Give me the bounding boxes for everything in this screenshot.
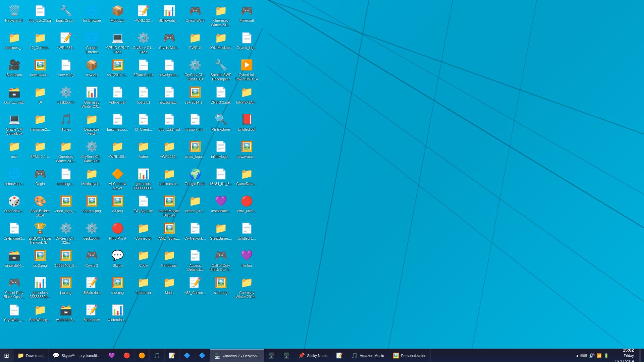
taskbar-item-amazon-music[interactable]: 🎵Amazon Music: [347, 349, 388, 362]
desktop-icon-cryserv-cli-32bit2[interactable]: ⚙️CryServ-Cli... 32bit: [53, 220, 78, 246]
desktop-icon-new-folder[interactable]: 📁new: [2, 138, 27, 164]
desktop-icon-newsignatu[interactable]: 📄newsignatu...: [157, 56, 182, 82]
desktop-icon-crysis-wars[interactable]: 🎮Crysis Wars: [182, 2, 208, 28]
desktop-icon-videos-pak[interactable]: 📄Videos.pak: [105, 83, 130, 110]
desktop-icon-logiccircuit[interactable]: 🔧LogicCircu...: [53, 2, 78, 28]
desktop-icon-iou-mockups[interactable]: 📁IOU Mockups: [208, 29, 233, 55]
taskbar-item-mystery-task2[interactable]: 🔷: [195, 349, 210, 362]
desktop-icon-video[interactable]: 📁Video: [131, 138, 156, 164]
desktop-icon-wrl262[interactable]: 📁~WRL262...: [157, 138, 182, 164]
desktop-icon-cpuid-cpu-z[interactable]: 💻CPUID CPU-Z 64bit: [105, 29, 130, 55]
desktop-icon-smain-docx[interactable]: 📝-$Main.docx: [79, 274, 104, 300]
network-icon[interactable]: 📶: [597, 353, 602, 358]
desktop-icon-amd-splash[interactable]: 🖼️AMD_Splas...: [157, 220, 182, 246]
desktop-icon-desktop-ini2[interactable]: ⚙️desktop.ini: [79, 220, 104, 246]
taskbar-item-itunes-task[interactable]: 🎵: [150, 349, 165, 362]
desktop-icon-tor-browser[interactable]: 🌐Tor Browser: [79, 2, 104, 28]
desktop-icon-recycle-bin[interactable]: 🗑️Recycle Bin: [2, 2, 27, 28]
desktop-icon-mods[interactable]: 📁Mods: [157, 274, 182, 300]
desktop-icon-jap-png[interactable]: 🖼️jap.png: [53, 274, 78, 300]
desktop-icon-database-fetch[interactable]: 📁Database Fetch: [79, 111, 104, 137]
desktop-icon-cryengine3[interactable]: 📄CryEngine3...: [2, 220, 27, 246]
desktop-icon-guernsey-winter-2014[interactable]: 📁Guernsey Winter 201...: [53, 138, 78, 164]
taskbar-item-skype-task[interactable]: 💬Skype™ – crysismulti...: [49, 349, 104, 362]
desktop-icon-style-builder[interactable]: 🎨Style Builder 2014: [28, 192, 53, 219]
desktop-icon-nitro-pro-9[interactable]: 🔴Nitro Pro 9: [105, 220, 130, 246]
desktop-icon-sfml-2-1[interactable]: 📁SFML-2.1-...: [28, 138, 53, 164]
desktop-icon-exetoc-src[interactable]: 📁exetoc_src...: [182, 192, 208, 219]
desktop-icon-safewriting[interactable]: 📁SafeWriting....: [28, 301, 53, 323]
clock[interactable]: 15:02 Friday 07/11/2014: [613, 347, 637, 362]
taskbar-item-vs-task[interactable]: 💜: [104, 349, 119, 362]
desktop-icon-gbt-colors-3[interactable]: 📊gbt colors 333333330...: [131, 165, 156, 191]
taskbar-item-red-task[interactable]: 🔴: [119, 349, 135, 362]
volume-icon[interactable]: 🔊: [589, 353, 595, 358]
desktop-icon-bus-11-1-sql[interactable]: 📄bus_11(1).sql: [157, 111, 182, 137]
desktop-icon-google-chrome[interactable]: 🌐Google Chrome: [79, 29, 104, 55]
taskbar-item-monitor-task[interactable]: 🖥️: [264, 349, 279, 362]
desktop-icon-greatbarne[interactable]: 📁GreatBarne....: [208, 220, 233, 246]
desktop-icon-code[interactable]: 📁Code: [131, 247, 156, 273]
desktop-icon-newavatar2[interactable]: 🖼️newavatar....: [234, 138, 259, 164]
desktop-icon-gamedata[interactable]: 📁GameData....: [234, 165, 259, 191]
desktop-icon-s2-current[interactable]: 📝~$2_Curren...: [182, 274, 208, 300]
desktop-icon-scr1-png[interactable]: 🖼️scr1.png: [208, 274, 233, 300]
desktop-icon-new-zip[interactable]: 📦new.zip: [79, 56, 104, 82]
desktop-icon-dicecricket[interactable]: 🎲DiceCricke...: [2, 192, 27, 219]
desktop-icon-wrl234[interactable]: 📝~WRL234...: [53, 29, 78, 55]
taskbar-item-word-task[interactable]: 📝: [165, 349, 180, 362]
desktop-icon-crynetwork[interactable]: 📄CryNetwork...: [182, 220, 208, 246]
desktop-icon-freelancer[interactable]: 📁freelancer: [131, 274, 156, 300]
desktop-icon-guernsey-winter-folder[interactable]: 📁Guernsey Winter 201...: [208, 2, 233, 28]
desktop-icon-pe-explorer[interactable]: 🔍PE Explorer: [208, 111, 233, 137]
desktop-icon-cryserv-cli-64bit-dx9[interactable]: ⚙️CryServ-Cli... 64bit DX9: [79, 138, 104, 164]
desktop-icon-call-of-duty-black-ops-l[interactable]: 🎮Call of Duty Black Ops I...: [2, 274, 27, 300]
desktop-icon-mission-mi[interactable]: 📄mission_mi...: [182, 111, 208, 137]
desktop-icon-sothink[interactable]: 🔧Sothink SWF Decompiler: [208, 56, 233, 82]
desktop-icon-zybox-server[interactable]: 🏆ZyBOX Server Network (B...: [28, 220, 53, 246]
desktop-icon-wrl132[interactable]: 📝~WRL132...: [131, 2, 156, 28]
desktop-icon-newsignatu2[interactable]: 📄newsignatu...: [157, 83, 182, 110]
taskbar-item-mystery-task[interactable]: 🔷: [180, 349, 195, 362]
desktop-icon-bus-11-mwb[interactable]: 🗃️bus_11.mwb: [2, 83, 27, 110]
desktop-icon-vlc[interactable]: 🔶VLC media player: [105, 165, 130, 191]
desktop-icon-winterdb-4[interactable]: 🗃️winterdb(4...: [2, 247, 27, 273]
desktop-icon-minecraft[interactable]: 🎮Minecraft: [234, 2, 259, 28]
desktop-icon-untitled-pdf[interactable]: 📕Untitled.pdf: [234, 111, 259, 137]
desktop-icon-zpatch1-pak[interactable]: 📄ZPatch1.pak: [131, 56, 156, 82]
desktop-icon-12-current[interactable]: 📁12_Current...: [28, 29, 53, 55]
desktop-icon-file-lua[interactable]: 💜file.lua: [234, 247, 259, 273]
desktop-icon-guernsey-winter-xls[interactable]: 📊Guernsey Winter 201...: [79, 83, 104, 110]
desktop-icon-mods-zip[interactable]: 📦Mods.zip: [105, 2, 130, 28]
chevron-icon[interactable]: ◂: [576, 353, 578, 358]
desktop-icon-cryserv-cli-64bit[interactable]: ⚙️CryServ-Cli... 64bit: [131, 29, 156, 55]
desktop-icon-multiplayer[interactable]: 📁Multiplayer....: [79, 165, 104, 191]
show-desktop-button[interactable]: [639, 349, 641, 362]
desktop-icon-oracle-vm[interactable]: 💻Oracle VM VirtualBox: [2, 111, 27, 137]
desktop-icon-i3-client[interactable]: 📄I3_Client...: [131, 111, 156, 137]
desktop-icon-bandicam[interactable]: 🎥Bandicam: [2, 56, 27, 82]
desktop-icon-origin[interactable]: 🎮Origin: [28, 165, 53, 191]
desktop-icon-cryserv-cli-32bit[interactable]: ⚙️CryServ-Cli... 32bit DX9: [182, 56, 208, 82]
desktop-icon-server-cfg[interactable]: 📄server.cfg: [53, 56, 78, 82]
desktop-icon-skillsaudit[interactable]: 📊SkillsAudit_...: [157, 2, 182, 28]
desktop-icon-15184-file-8[interactable]: 📄15184_file_8...: [208, 165, 233, 191]
desktop-icon-access-details[interactable]: 📄Access Details.txt: [182, 247, 208, 273]
desktop-icon-infinityxsair[interactable]: 📁InfinityXsAir...: [234, 83, 259, 110]
desktop-icon-abacus-png[interactable]: 🖼️abacus.png: [79, 192, 104, 219]
desktop-icon-hangman2[interactable]: 📁hangman2...: [28, 111, 53, 137]
taskbar-item-word-task2[interactable]: 📝: [332, 349, 347, 362]
desktop-icon-connector[interactable]: 📁Connector: [131, 220, 156, 246]
desktop-icon-skype[interactable]: 💬Skype: [105, 247, 130, 273]
desktop-icon-main-docx[interactable]: 📝Main.docx: [79, 301, 104, 323]
desktop-icon-bustimes-or2[interactable]: 📁bustimes.or...: [157, 165, 182, 191]
desktop-icon-google-earth[interactable]: 🌍Google Earth: [182, 165, 208, 191]
desktop-icon-crysis-3[interactable]: 🎮Crysis 3: [79, 247, 104, 273]
desktop-icon-crysis-multi[interactable]: 🎮Crysis-Mult...: [157, 29, 182, 55]
desktop-icon-bustimes-folder[interactable]: 📁bustimes_...: [2, 29, 27, 55]
taskbar-item-windows7-desktop[interactable]: 🖥️windows 7 - Desktop...: [210, 349, 264, 362]
desktop-icon-scr2-png[interactable]: 🖼️scr2.png: [28, 247, 53, 273]
desktop-icon-pendulum[interactable]: 📁Pendulum: [157, 247, 182, 273]
desktop-icon-imagemagick[interactable]: 🖼️ImageMagick Display: [157, 192, 182, 219]
desktop-icon-torbrowser-bin[interactable]: 🌐torbrowser-...: [2, 165, 27, 191]
